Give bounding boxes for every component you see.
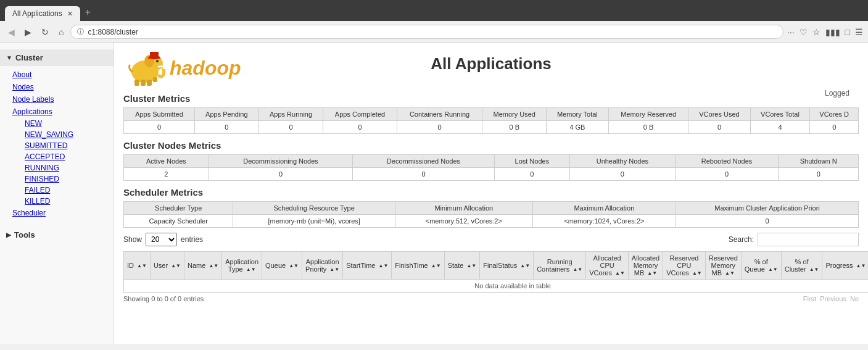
at-header-state[interactable]: State ▲▼ <box>444 252 480 280</box>
sidebar-item-finished[interactable]: FINISHED <box>6 173 114 185</box>
sidebar-item-killed[interactable]: KILLED <box>6 196 114 207</box>
tab-close-icon[interactable]: ✕ <box>67 10 73 18</box>
sidebar-toggle-icon[interactable]: □ <box>845 27 850 37</box>
sm-header-max-priority: Maximum Cluster Application Priori <box>676 202 859 215</box>
home-button[interactable]: ⌂ <box>56 26 67 38</box>
sidebar-cluster-label: Cluster <box>15 53 43 62</box>
sidebar-item-new-saving[interactable]: NEW_SAVING <box>6 129 114 140</box>
cm-val-containers-running: 0 <box>397 121 482 134</box>
new-tab-button[interactable]: + <box>80 4 96 21</box>
hamburger-icon[interactable]: ☰ <box>855 27 863 37</box>
at-header-priority[interactable]: ApplicationPriority ▲▼ <box>302 252 343 280</box>
sidebar-item-about[interactable]: About <box>0 69 114 81</box>
app-container: ▼ Cluster About Nodes Node Labels Applic… <box>0 43 868 344</box>
at-header-progress[interactable]: Progress ▲▼ <box>822 252 868 280</box>
cn-header-decommissioning: Decommissioning Nodes <box>209 155 353 168</box>
at-header-finalstatus[interactable]: FinalStatus ▲▼ <box>480 252 534 280</box>
sm-header-max-alloc: Maximum Allocation <box>532 202 676 215</box>
at-header-reserved-mem[interactable]: ReservedMemoryMB ▲▼ <box>705 252 741 280</box>
sidebar-item-applications[interactable]: Applications <box>0 106 114 118</box>
sort-queue-icon: ▲▼ <box>289 264 299 269</box>
at-header-queue[interactable]: Queue ▲▼ <box>262 252 302 280</box>
app-table-controls: Show 20 50 100 entries Search: <box>123 233 859 246</box>
active-tab[interactable]: All Applications ✕ <box>5 6 80 21</box>
at-header-id[interactable]: ID ▲▼ <box>124 252 151 280</box>
at-header-running-containers[interactable]: RunningContainers ▲▼ <box>534 252 586 280</box>
info-icon: ⓘ <box>77 27 84 36</box>
cn-header-lost: Lost Nodes <box>494 155 569 168</box>
logo-area: hadoop <box>123 50 241 87</box>
sidebar-item-running[interactable]: RUNNING <box>6 162 114 173</box>
url-text: c1:8088/cluster <box>88 28 776 36</box>
hadoop-text: hadoop <box>170 57 241 80</box>
browser-nav: ◀ ▶ ↻ ⌂ ⓘ c1:8088/cluster ··· ♡ ☆ ▮▮▮ □ … <box>0 21 868 43</box>
pocket-icon[interactable]: ♡ <box>800 27 808 37</box>
sidebar-item-new[interactable]: NEW <box>6 118 114 129</box>
search-input[interactable] <box>758 233 859 246</box>
sidebar-item-nodes[interactable]: Nodes <box>0 81 114 93</box>
cn-val-active: 2 <box>124 168 209 181</box>
pagination: First Previous Ne <box>803 295 859 302</box>
sidebar-item-accepted[interactable]: ACCEPTED <box>6 151 114 162</box>
sidebar-item-submitted[interactable]: SUBMITTED <box>6 140 114 151</box>
logged-in-text: Logged <box>825 89 849 98</box>
cn-val-lost: 0 <box>494 168 569 181</box>
pagination-next[interactable]: Ne <box>850 295 859 302</box>
cm-header-vcores-total: VCores Total <box>750 108 810 121</box>
library-icon[interactable]: ▮▮▮ <box>825 27 840 37</box>
browser-tabs: All Applications ✕ + <box>5 4 863 21</box>
sidebar-item-node-labels[interactable]: Node Labels <box>0 93 114 106</box>
cn-header-decommissioned: Decommissioned Nodes <box>353 155 494 168</box>
back-button[interactable]: ◀ <box>5 26 18 38</box>
address-bar[interactable]: ⓘ c1:8088/cluster <box>70 25 783 39</box>
overflow-menu-icon[interactable]: ··· <box>787 27 795 37</box>
at-header-pct-queue[interactable]: % ofQueue ▲▼ <box>741 252 781 280</box>
cluster-nodes-table: Active Nodes Decommissioning Nodes Decom… <box>123 154 859 181</box>
scheduler-metrics-title: Scheduler Metrics <box>123 187 859 198</box>
pagination-first[interactable]: First <box>803 295 816 302</box>
sidebar-item-failed[interactable]: FAILED <box>6 185 114 196</box>
sort-id-icon: ▲▼ <box>137 264 147 269</box>
browser-chrome: All Applications ✕ + <box>0 0 868 21</box>
sidebar-tools[interactable]: ▶ Tools <box>0 227 114 243</box>
sort-allocmem-icon: ▲▼ <box>647 271 657 276</box>
sort-reservedmem-icon: ▲▼ <box>725 271 735 276</box>
at-header-app-type[interactable]: ApplicationType ▲▼ <box>222 252 262 280</box>
page-title: All Applications <box>431 54 552 73</box>
show-entries: Show 20 50 100 entries <box>123 233 203 246</box>
sidebar-item-scheduler[interactable]: Scheduler <box>0 207 114 219</box>
pagination-previous[interactable]: Previous <box>820 295 846 302</box>
cluster-nodes-title: Cluster Nodes Metrics <box>123 140 859 151</box>
at-header-reserved-cpu[interactable]: ReservedCPUVCores ▲▼ <box>663 252 706 280</box>
no-data-row: No data available in table <box>124 280 869 293</box>
tools-arrow-icon: ▶ <box>6 231 11 238</box>
sidebar-nav: About Nodes Node Labels Applications NEW… <box>0 66 114 222</box>
sort-priority-icon: ▲▼ <box>329 267 339 272</box>
sort-pctqueue-icon: ▲▼ <box>768 267 778 272</box>
cm-header-apps-running: Apps Running <box>258 108 323 121</box>
at-header-name[interactable]: Name ▲▼ <box>184 252 222 280</box>
sort-progress-icon: ▲▼ <box>856 264 866 269</box>
sm-header-min-alloc: Minimum Allocation <box>395 202 533 215</box>
bookmark-icon[interactable]: ☆ <box>812 27 820 37</box>
cm-val-vcores-total: 4 <box>750 121 810 134</box>
at-header-alloc-cpu[interactable]: AllocatedCPUVCores ▲▼ <box>586 252 629 280</box>
applications-table: ID ▲▼ User ▲▼ Name ▲▼ ApplicationType ▲▼… <box>123 251 868 293</box>
at-header-finishtime[interactable]: FinishTime ▲▼ <box>392 252 444 280</box>
at-header-alloc-mem[interactable]: AllocatedMemoryMB ▲▼ <box>628 252 663 280</box>
sidebar: ▼ Cluster About Nodes Node Labels Applic… <box>0 43 114 344</box>
sidebar-cluster[interactable]: ▼ Cluster <box>0 49 114 66</box>
forward-button[interactable]: ▶ <box>22 26 35 38</box>
sidebar-sub-apps: NEW NEW_SAVING SUBMITTED ACCEPTED RUNNIN… <box>0 118 114 207</box>
sort-finishtime-icon: ▲▼ <box>431 264 441 269</box>
sort-name-icon: ▲▼ <box>209 264 218 269</box>
at-header-starttime[interactable]: StartTime ▲▼ <box>343 252 392 280</box>
at-header-pct-cluster[interactable]: % ofCluster ▲▼ <box>781 252 822 280</box>
search-label: Search: <box>729 235 754 244</box>
show-entries-select[interactable]: 20 50 100 <box>146 233 177 246</box>
cm-val-memory-total: 4 GB <box>547 121 609 134</box>
refresh-button[interactable]: ↻ <box>38 26 52 38</box>
at-header-user[interactable]: User ▲▼ <box>150 252 184 280</box>
cn-val-shutdown: 0 <box>779 168 859 181</box>
cm-header-vcores-used: VCores Used <box>688 108 750 121</box>
